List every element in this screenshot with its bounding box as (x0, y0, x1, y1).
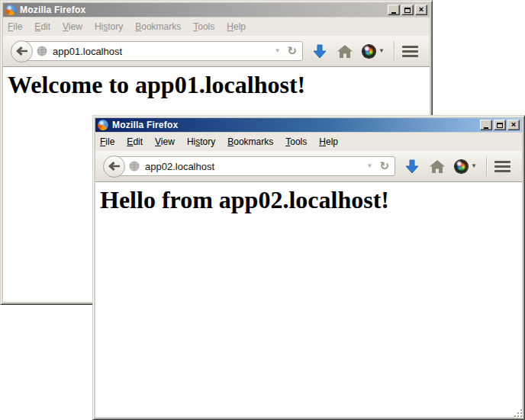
close-button[interactable]: × (507, 120, 520, 130)
window-title: Mozilla Firefox (20, 5, 388, 15)
firefox-window-app02: Mozilla Firefox × File Edit View History… (92, 115, 525, 420)
menu-help[interactable]: Help (222, 20, 250, 34)
back-button[interactable] (11, 40, 33, 63)
urlbar-dropdown-icon[interactable]: ▼ (270, 48, 285, 54)
desktop: { "menu": { "items": [ {"pre": "", "key"… (0, 0, 525, 420)
window-controls: × (388, 5, 428, 15)
menu-edit[interactable]: Edit (30, 20, 55, 34)
menu-bookmarks[interactable]: Bookmarks (130, 20, 185, 34)
toolbar-separator (394, 41, 395, 61)
menu-history[interactable]: History (90, 20, 127, 34)
color-wheel-icon (455, 160, 468, 173)
firefox-icon (5, 5, 16, 15)
globe-icon (129, 161, 140, 172)
firefox-icon (98, 120, 108, 130)
home-button[interactable] (430, 160, 445, 173)
home-icon (337, 45, 353, 58)
toolbar-separator (486, 156, 487, 176)
navigation-toolbar: app02.localhost ▼ ↻ ▼ (95, 151, 522, 182)
menu-view[interactable]: View (58, 20, 87, 34)
window-title: Mozilla Firefox (112, 120, 480, 130)
menu-history[interactable]: History (182, 135, 220, 149)
minimize-icon (391, 12, 396, 14)
url-bar[interactable]: app01.localhost ▼ ↻ (21, 41, 303, 61)
page-heading: Hello from app02.localhost! (100, 186, 522, 214)
menu-file[interactable]: File (95, 135, 119, 149)
menu-bar: File Edit View History Bookmarks Tools H… (95, 133, 522, 151)
page-heading: Welcome to app01.localhost! (8, 71, 430, 99)
menu-bar: File Edit View History Bookmarks Tools H… (3, 18, 430, 36)
home-icon (430, 160, 445, 173)
download-button[interactable] (313, 44, 327, 59)
addon-caret-icon: ▼ (378, 48, 385, 54)
menu-help[interactable]: Help (314, 135, 343, 149)
menu-tools[interactable]: Tools (281, 135, 311, 149)
menu-view[interactable]: View (150, 135, 179, 149)
download-button[interactable] (405, 159, 419, 174)
download-arrow-icon (405, 159, 419, 174)
home-button[interactable] (337, 45, 353, 58)
minimize-button[interactable] (480, 120, 492, 130)
addon-button[interactable]: ▼ (362, 45, 385, 58)
back-arrow-icon (16, 46, 27, 56)
menu-tools[interactable]: Tools (188, 20, 219, 34)
color-wheel-icon (362, 45, 375, 58)
page-content: Hello from app02.localhost! (95, 182, 522, 417)
reload-button[interactable]: ↻ (285, 46, 300, 57)
url-text[interactable]: app02.localhost (145, 161, 362, 172)
navigation-toolbar: app01.localhost ▼ ↻ ▼ (3, 36, 430, 67)
addon-caret-icon: ▼ (471, 163, 477, 169)
open-menu-button[interactable] (402, 46, 418, 57)
back-button[interactable] (103, 155, 125, 178)
back-arrow-icon (108, 162, 120, 171)
resize-grip[interactable] (513, 408, 523, 418)
close-button[interactable]: × (415, 5, 427, 15)
titlebar[interactable]: Mozilla Firefox × (95, 118, 522, 132)
minimize-button[interactable] (388, 5, 400, 15)
addon-button[interactable]: ▼ (455, 160, 477, 173)
minimize-icon (484, 127, 488, 129)
reload-button[interactable]: ↻ (378, 161, 392, 172)
maximize-button[interactable] (494, 120, 506, 130)
maximize-button[interactable] (401, 5, 414, 15)
globe-icon (37, 46, 47, 56)
maximize-icon (497, 123, 503, 128)
menu-bookmarks[interactable]: Bookmarks (223, 135, 278, 149)
window-controls: × (480, 120, 520, 130)
menu-edit[interactable]: Edit (122, 135, 147, 149)
url-bar[interactable]: app02.localhost ▼ ↻ (113, 156, 395, 176)
urlbar-dropdown-icon[interactable]: ▼ (362, 163, 378, 169)
url-text[interactable]: app01.localhost (53, 46, 270, 57)
download-arrow-icon (313, 44, 327, 59)
titlebar[interactable]: Mozilla Firefox × (3, 3, 430, 17)
maximize-icon (404, 8, 411, 13)
open-menu-button[interactable] (494, 161, 511, 172)
menu-file[interactable]: File (3, 20, 27, 34)
